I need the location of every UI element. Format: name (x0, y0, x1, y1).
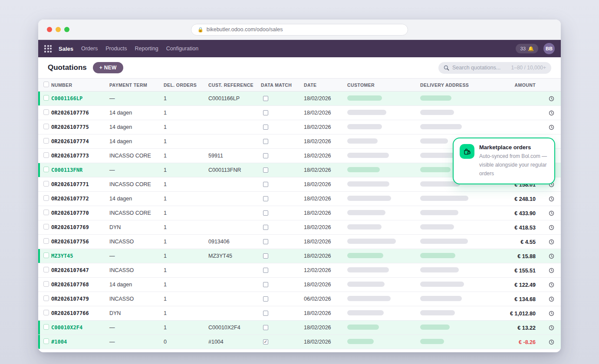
row-checkbox[interactable] (43, 324, 49, 330)
data-match-checkbox[interactable] (263, 239, 268, 244)
col-header-del-orders[interactable]: DEL. ORDERS (164, 82, 208, 88)
row-checkbox[interactable] (43, 224, 49, 230)
row-checkbox[interactable] (43, 95, 49, 101)
col-header-number[interactable]: NUMBER (51, 82, 109, 88)
address-bar[interactable]: 🔒 bikebutler.odoo.com/odoo/sales (191, 24, 408, 36)
activity-clock-icon[interactable] (549, 96, 554, 102)
activity-clock-icon[interactable] (549, 311, 554, 316)
row-checkbox[interactable] (43, 310, 49, 315)
activity-clock-icon[interactable] (549, 268, 554, 273)
order-number[interactable]: OR2026107772 (51, 196, 109, 202)
search-bar[interactable]: Search quotations... 1–80 / 10,000+ (438, 62, 551, 74)
activity-clock-icon[interactable] (549, 282, 554, 288)
order-number[interactable]: OR2026107769 (51, 224, 109, 230)
table-row[interactable]: MZ3YT45—1MZ3YT4518/02/2026€ 15.88 (38, 249, 561, 263)
pager-text[interactable]: 1–80 / 10,000+ (511, 65, 546, 71)
order-number[interactable]: #1004 (51, 339, 109, 345)
order-number[interactable]: OR2026107775 (51, 124, 109, 130)
row-checkbox[interactable] (43, 124, 49, 129)
col-header-cust-reference[interactable]: CUST. REFERENCE (208, 82, 261, 88)
activity-clock-icon[interactable] (549, 339, 554, 345)
data-match-checkbox[interactable] (263, 125, 268, 130)
data-match-checkbox[interactable] (263, 153, 268, 158)
row-checkbox[interactable] (43, 253, 49, 258)
data-match-checkbox[interactable] (263, 268, 268, 273)
activity-clock-icon[interactable] (549, 225, 554, 230)
table-row[interactable]: OR202610777514 dagen118/02/2026 (38, 120, 561, 134)
order-number[interactable]: MZ3YT45 (51, 253, 109, 259)
col-header-delivery-address[interactable]: DELIVERY ADDRESS (420, 82, 509, 88)
row-checkbox[interactable] (43, 281, 49, 287)
data-match-checkbox[interactable] (263, 196, 268, 201)
order-number[interactable]: C000113FNR (51, 167, 109, 173)
data-match-checkbox[interactable] (263, 253, 268, 259)
order-number[interactable]: OR2026107479 (51, 296, 109, 302)
data-match-checkbox-checked[interactable]: ✓ (263, 339, 268, 344)
row-checkbox[interactable] (43, 138, 49, 144)
order-number[interactable]: OR2026107768 (51, 282, 109, 288)
order-number[interactable]: OR2026107776 (51, 110, 109, 116)
col-header-payment-term[interactable]: PAYMENT TERM (109, 82, 164, 88)
row-checkbox[interactable] (43, 181, 49, 187)
table-row[interactable]: OR2026107756INCASSO1091340618/02/2026€ 4… (38, 235, 561, 249)
data-match-checkbox[interactable] (263, 296, 268, 302)
table-row[interactable]: OR2026107647INCASSO112/02/2026€ 155.51 (38, 263, 561, 278)
activity-clock-icon[interactable] (549, 253, 554, 259)
row-checkbox[interactable] (43, 267, 49, 272)
order-number[interactable]: OR2026107771 (51, 181, 109, 187)
row-checkbox[interactable] (43, 210, 49, 215)
order-number[interactable]: OR2026107647 (51, 267, 109, 273)
activity-clock-icon[interactable] (549, 125, 554, 130)
order-number[interactable]: OR2026107774 (51, 138, 109, 144)
table-row[interactable]: OR2026107769DYN118/02/2026€ 418.53 (38, 220, 561, 235)
row-checkbox[interactable] (43, 167, 49, 172)
data-match-checkbox[interactable] (263, 110, 268, 115)
table-row[interactable]: C00010X2F4—1C00010X2F418/02/2026€ 13.22 (38, 321, 561, 335)
row-checkbox[interactable] (43, 238, 49, 244)
menu-products[interactable]: Products (105, 46, 127, 52)
table-row[interactable]: OR2026107770INCASSO CORE118/02/2026€ 433… (38, 206, 561, 220)
activity-clock-icon[interactable] (549, 239, 554, 245)
activity-clock-icon[interactable] (549, 210, 554, 216)
data-match-checkbox[interactable] (263, 182, 268, 187)
table-row[interactable]: OR202610776814 dagen118/02/2026€ 122.49 (38, 278, 561, 292)
app-name[interactable]: Sales (59, 46, 73, 52)
row-checkbox[interactable] (43, 152, 49, 158)
new-quotation-button[interactable]: + NEW (93, 62, 123, 73)
table-row[interactable]: OR2026107479INCASSO106/02/2026€ 134.68 (38, 292, 561, 306)
activity-clock-icon[interactable] (549, 110, 554, 116)
row-checkbox[interactable] (43, 109, 49, 115)
table-row[interactable]: #1004—0#1004✓18/02/2026€ -8.26 (38, 335, 561, 349)
activity-clock-icon[interactable] (549, 296, 554, 302)
table-row[interactable]: OR202610777214 dagen118/02/2026€ 248.10 (38, 192, 561, 206)
table-row[interactable]: C0001166LP—1C0001166LP18/02/2026 (38, 92, 561, 106)
menu-orders[interactable]: Orders (81, 46, 98, 52)
data-match-checkbox[interactable] (263, 325, 268, 330)
data-match-checkbox[interactable] (263, 311, 268, 316)
apps-grid-icon[interactable] (44, 45, 52, 52)
close-window-button[interactable] (47, 27, 52, 32)
user-avatar[interactable]: BB (543, 43, 555, 54)
order-number[interactable]: C00010X2F4 (51, 325, 109, 331)
data-match-checkbox[interactable] (263, 210, 268, 216)
minimize-window-button[interactable] (56, 27, 61, 32)
select-all-checkbox[interactable] (43, 82, 49, 87)
menu-configuration[interactable]: Configuration (166, 46, 198, 52)
row-checkbox[interactable] (43, 295, 49, 301)
data-match-checkbox[interactable] (263, 167, 268, 173)
table-row[interactable]: OR202610777614 dagen118/02/2026 (38, 106, 561, 120)
data-match-checkbox[interactable] (263, 225, 268, 230)
data-match-checkbox[interactable] (263, 139, 268, 144)
order-number[interactable]: OR2026107756 (51, 239, 109, 245)
order-number[interactable]: OR2026107770 (51, 210, 109, 216)
col-header-data-match[interactable]: DATA MATCH (261, 82, 304, 88)
data-match-checkbox[interactable] (263, 282, 268, 287)
order-number[interactable]: C0001166LP (51, 95, 109, 102)
activity-clock-icon[interactable] (549, 325, 554, 331)
table-row[interactable]: OR2026107766DYN118/02/2026€ 1,012.80 (38, 306, 561, 321)
activity-clock-icon[interactable] (549, 196, 554, 202)
row-checkbox[interactable] (43, 338, 49, 344)
order-number[interactable]: OR2026107773 (51, 153, 109, 159)
col-header-customer[interactable]: CUSTOMER (347, 82, 420, 88)
col-header-date[interactable]: DATE (304, 82, 347, 88)
